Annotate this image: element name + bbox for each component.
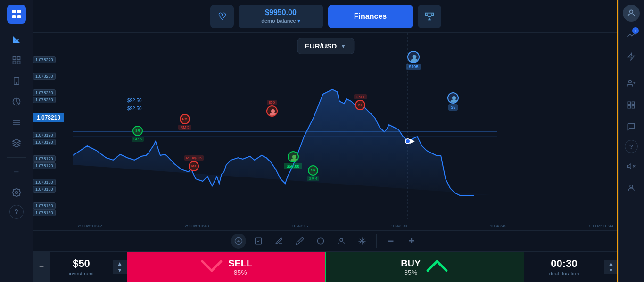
- trade-marker-105: $105: [406, 51, 421, 70]
- tool-user[interactable]: [333, 233, 350, 250]
- user-avatar[interactable]: [623, 5, 640, 22]
- trade-marker-5: $5: [447, 92, 459, 111]
- price-label-1: 1.078270: [33, 56, 73, 63]
- main-area: ♡ $9950.00 demo balance ▾ Finances EUR/U…: [33, 0, 618, 282]
- svg-point-9: [16, 83, 17, 84]
- app-logo[interactable]: [7, 5, 26, 24]
- sidebar-icon-mobile[interactable]: [8, 73, 25, 89]
- svg-point-34: [630, 10, 633, 13]
- tool-pencil-a[interactable]: [271, 233, 288, 250]
- sidebar-icon-layout[interactable]: [8, 52, 25, 69]
- trade-marker-sr4: SR SR 4: [307, 165, 319, 181]
- timestamp-6: 29 Oct 10:44: [589, 224, 613, 228]
- tool-circle[interactable]: [312, 233, 329, 250]
- price-labels: 1.078270 1.078250 1.078230 1.078230 1.07…: [33, 33, 73, 230]
- svg-rect-6: [13, 61, 16, 64]
- sell-percent: 85%: [234, 269, 247, 276]
- balance-label: demo balance ▾: [261, 18, 300, 24]
- price-label-2: 1.078250: [33, 73, 73, 80]
- trade-marker-50red: $50: [266, 100, 278, 117]
- buy-label: BUY: [401, 258, 421, 269]
- investment-minus-button[interactable]: −: [33, 252, 50, 282]
- sidebar-icon-layers[interactable]: [8, 135, 25, 152]
- duration-down-button[interactable]: ▼: [604, 267, 618, 274]
- trade-marker-sr5: SR SR.5: [132, 126, 144, 142]
- sell-info: SELL 85%: [228, 258, 252, 276]
- duration-label: deal duration: [549, 271, 579, 276]
- sidebar-right-add-user[interactable]: [623, 75, 640, 92]
- tool-sparkle[interactable]: [354, 233, 371, 250]
- sidebar-icon-analytics[interactable]: [8, 93, 25, 110]
- sidebar-right-layout[interactable]: [623, 97, 640, 113]
- tool-minus[interactable]: −: [382, 233, 399, 250]
- tool-cursor[interactable]: [231, 234, 246, 249]
- price-label-5: 1.078190 1.078190: [33, 132, 73, 145]
- favorite-button[interactable]: ♡: [210, 5, 234, 28]
- investment-up-button[interactable]: ▲: [113, 260, 127, 267]
- right-sidebar: 1 ?: [618, 0, 644, 282]
- tool-checkbox[interactable]: [250, 233, 267, 250]
- svg-rect-42: [632, 106, 635, 108]
- left-sidebar: − ?: [0, 0, 33, 282]
- current-price-label: 1.078210: [33, 113, 73, 122]
- investment-down-button[interactable]: ▼: [113, 267, 127, 274]
- duration-up-button[interactable]: ▲: [604, 260, 618, 267]
- balance-button[interactable]: $9950.00 demo balance ▾: [239, 5, 323, 28]
- trophy-button[interactable]: [418, 5, 441, 28]
- duration-display: 00:30 deal duration: [524, 258, 604, 276]
- svg-rect-39: [628, 102, 630, 104]
- svg-point-23: [452, 96, 456, 100]
- tool-pencil-b[interactable]: [291, 233, 308, 250]
- svg-point-18: [405, 139, 410, 144]
- investment-steppers: ▲ ▼: [113, 260, 127, 274]
- top-bar: ♡ $9950.00 demo balance ▾ Finances: [33, 0, 618, 33]
- finances-button[interactable]: Finances: [328, 5, 413, 28]
- sidebar-right-trend[interactable]: 1: [623, 26, 640, 43]
- balance-amount: $9950.00: [265, 8, 297, 17]
- investment-amount: $50: [73, 258, 90, 270]
- svg-rect-4: [13, 57, 16, 60]
- sidebar-icon-list[interactable]: [8, 114, 25, 131]
- price-line-label-2: $92.50: [127, 106, 142, 111]
- sidebar-icon-help[interactable]: ?: [9, 205, 24, 219]
- price-line-label-1: $92.50: [127, 98, 142, 103]
- sidebar-right-question[interactable]: ?: [625, 140, 638, 153]
- svg-point-29: [340, 238, 343, 241]
- currency-dropdown-icon: ▼: [340, 43, 346, 49]
- sidebar-right-lightning[interactable]: [623, 48, 640, 65]
- tool-plus[interactable]: +: [403, 233, 420, 250]
- sidebar-icon-chart[interactable]: [8, 31, 25, 48]
- sidebar-icon-minus[interactable]: −: [8, 163, 25, 180]
- svg-rect-1: [17, 10, 21, 13]
- buy-button[interactable]: BUY 85%: [325, 252, 524, 282]
- svg-rect-41: [628, 106, 630, 108]
- trade-marker-rm5: RM RM 5: [178, 114, 191, 130]
- price-label-8: 1.078130 1.078130: [33, 202, 73, 216]
- notification-badge: 1: [632, 27, 639, 34]
- buy-info: BUY 85%: [401, 258, 421, 276]
- timestamp-2: 29 Oct 10:43: [185, 224, 209, 228]
- timestamp-bar: 29 Oct 10:42 29 Oct 10:43 10:43:15 10:43…: [73, 222, 618, 230]
- sidebar-right-user2[interactable]: [623, 179, 640, 196]
- sidebar-right-chat[interactable]: [623, 118, 640, 135]
- trade-marker-mex: MEX$ 25 MX: [184, 155, 204, 171]
- currency-selector[interactable]: EUR/USD ▼: [297, 38, 354, 54]
- svg-point-20: [271, 109, 275, 113]
- toolbar-divider: [376, 234, 377, 248]
- svg-rect-7: [17, 61, 20, 64]
- price-label-3: 1.078230 1.078230: [33, 89, 73, 103]
- chart-container: EUR/USD ▼ 1.078270 1.078250 1.078230 1.0…: [33, 33, 618, 230]
- svg-rect-2: [12, 15, 16, 18]
- duration-area: 00:30 deal duration ▲ ▼: [524, 252, 618, 282]
- timestamp-5: 10:43:45: [490, 224, 506, 228]
- trade-marker-50green: $50.00: [284, 151, 303, 169]
- svg-point-28: [317, 238, 324, 244]
- sell-button[interactable]: SELL 85%: [127, 252, 325, 282]
- currency-pair: EUR/USD: [305, 42, 337, 50]
- investment-area: − $50 investment ▲ ▼: [33, 252, 127, 282]
- investment-display: $50 investment: [50, 258, 113, 276]
- sidebar-right-mute[interactable]: [623, 158, 640, 175]
- svg-rect-3: [17, 15, 21, 18]
- sidebar-icon-settings[interactable]: [8, 184, 25, 201]
- svg-point-14: [15, 192, 17, 194]
